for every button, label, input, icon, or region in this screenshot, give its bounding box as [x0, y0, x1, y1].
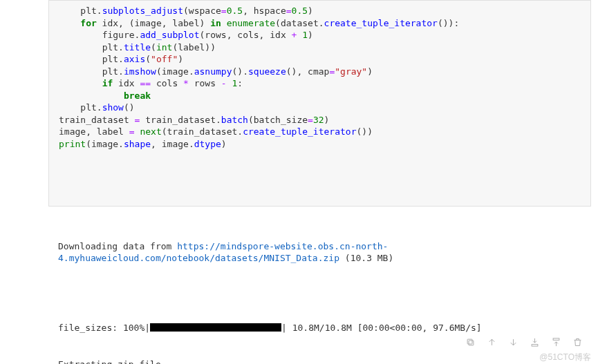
output-line-progress: file_sizes: 100%|| 10.8M/10.8M [00:00<00…	[58, 322, 586, 334]
prompt-gutter	[0, 0, 48, 207]
progress-label: file_sizes: 100%|	[58, 323, 150, 333]
insert-below-icon[interactable]	[551, 337, 561, 347]
output-line-download: Downloading data from https://mindspore-…	[58, 240, 586, 265]
svg-rect-3	[553, 338, 559, 341]
code-editor[interactable]: plt.subplots_adjust(wspace=0.5, hspace=0…	[48, 0, 591, 207]
svg-rect-2	[532, 345, 538, 347]
duplicate-icon[interactable]	[465, 337, 476, 347]
progress-bar	[150, 323, 281, 335]
move-up-icon[interactable]	[487, 337, 497, 347]
svg-rect-0	[469, 341, 474, 345]
svg-rect-1	[467, 339, 472, 344]
insert-above-icon[interactable]	[530, 337, 540, 347]
notebook: plt.subplots_adjust(wspace=0.5, hspace=0…	[0, 0, 598, 364]
code-cell: plt.subplots_adjust(wspace=0.5, hspace=0…	[0, 0, 591, 207]
output-lines: Extracting zip file...Successfully downl…	[58, 358, 586, 364]
output-gutter	[0, 212, 48, 364]
spacer	[58, 289, 586, 298]
progress-suffix: | 10.8M/10.8M [00:00<00:00, 97.6MB/s]	[281, 323, 482, 333]
download-size: (10.3 MB)	[339, 253, 393, 263]
progress-fill	[150, 323, 281, 332]
delete-icon[interactable]	[572, 337, 583, 347]
cell-toolbar	[465, 337, 583, 347]
move-down-icon[interactable]	[508, 337, 518, 347]
watermark: @51CTO博客	[539, 352, 591, 363]
download-prefix: Downloading data from	[58, 241, 177, 251]
